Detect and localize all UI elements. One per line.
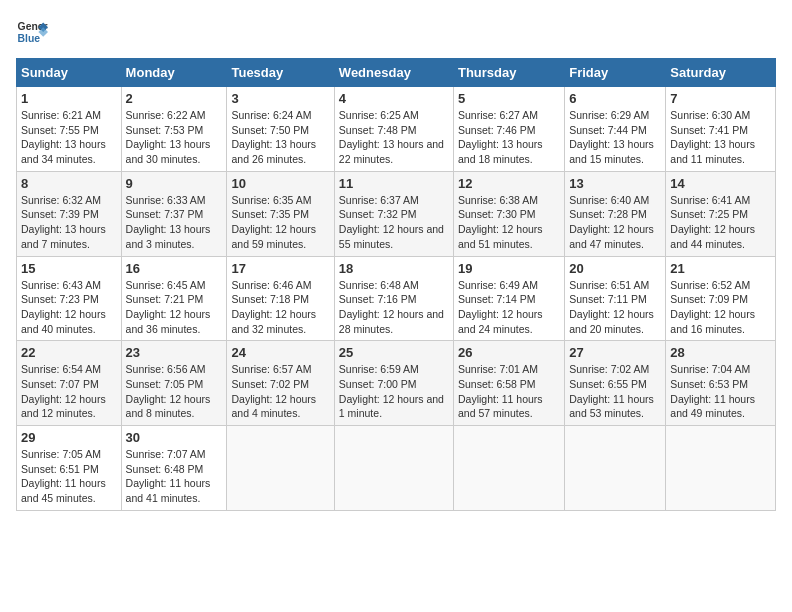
day-info: Sunrise: 7:01 AMSunset: 6:58 PMDaylight:… [458, 362, 560, 421]
day-info: Sunrise: 6:51 AMSunset: 7:11 PMDaylight:… [569, 278, 661, 337]
day-info: Sunrise: 6:35 AMSunset: 7:35 PMDaylight:… [231, 193, 329, 252]
calendar-cell: 22Sunrise: 6:54 AMSunset: 7:07 PMDayligh… [17, 341, 122, 426]
day-number: 13 [569, 176, 661, 191]
day-info: Sunrise: 6:49 AMSunset: 7:14 PMDaylight:… [458, 278, 560, 337]
calendar-cell: 1Sunrise: 6:21 AMSunset: 7:55 PMDaylight… [17, 87, 122, 172]
logo: General Blue [16, 16, 48, 48]
header-saturday: Saturday [666, 59, 776, 87]
day-info: Sunrise: 6:43 AMSunset: 7:23 PMDaylight:… [21, 278, 117, 337]
header-wednesday: Wednesday [334, 59, 453, 87]
calendar-cell: 15Sunrise: 6:43 AMSunset: 7:23 PMDayligh… [17, 256, 122, 341]
day-info: Sunrise: 6:41 AMSunset: 7:25 PMDaylight:… [670, 193, 771, 252]
day-info: Sunrise: 6:45 AMSunset: 7:21 PMDaylight:… [126, 278, 223, 337]
calendar-week-5: 29Sunrise: 7:05 AMSunset: 6:51 PMDayligh… [17, 426, 776, 511]
day-info: Sunrise: 6:24 AMSunset: 7:50 PMDaylight:… [231, 108, 329, 167]
calendar-table: SundayMondayTuesdayWednesdayThursdayFrid… [16, 58, 776, 511]
calendar-cell: 25Sunrise: 6:59 AMSunset: 7:00 PMDayligh… [334, 341, 453, 426]
calendar-cell: 18Sunrise: 6:48 AMSunset: 7:16 PMDayligh… [334, 256, 453, 341]
day-number: 11 [339, 176, 449, 191]
day-number: 26 [458, 345, 560, 360]
day-info: Sunrise: 7:07 AMSunset: 6:48 PMDaylight:… [126, 447, 223, 506]
day-number: 16 [126, 261, 223, 276]
calendar-cell: 7Sunrise: 6:30 AMSunset: 7:41 PMDaylight… [666, 87, 776, 172]
day-info: Sunrise: 7:04 AMSunset: 6:53 PMDaylight:… [670, 362, 771, 421]
header-monday: Monday [121, 59, 227, 87]
day-number: 30 [126, 430, 223, 445]
calendar-cell: 3Sunrise: 6:24 AMSunset: 7:50 PMDaylight… [227, 87, 334, 172]
day-info: Sunrise: 7:05 AMSunset: 6:51 PMDaylight:… [21, 447, 117, 506]
day-number: 27 [569, 345, 661, 360]
day-info: Sunrise: 6:33 AMSunset: 7:37 PMDaylight:… [126, 193, 223, 252]
calendar-cell: 19Sunrise: 6:49 AMSunset: 7:14 PMDayligh… [453, 256, 564, 341]
day-number: 10 [231, 176, 329, 191]
calendar-cell: 20Sunrise: 6:51 AMSunset: 7:11 PMDayligh… [565, 256, 666, 341]
day-number: 3 [231, 91, 329, 106]
day-info: Sunrise: 6:38 AMSunset: 7:30 PMDaylight:… [458, 193, 560, 252]
day-info: Sunrise: 6:27 AMSunset: 7:46 PMDaylight:… [458, 108, 560, 167]
day-info: Sunrise: 6:37 AMSunset: 7:32 PMDaylight:… [339, 193, 449, 252]
day-info: Sunrise: 6:32 AMSunset: 7:39 PMDaylight:… [21, 193, 117, 252]
day-number: 4 [339, 91, 449, 106]
day-number: 29 [21, 430, 117, 445]
calendar-cell: 16Sunrise: 6:45 AMSunset: 7:21 PMDayligh… [121, 256, 227, 341]
day-number: 17 [231, 261, 329, 276]
day-info: Sunrise: 6:57 AMSunset: 7:02 PMDaylight:… [231, 362, 329, 421]
day-number: 6 [569, 91, 661, 106]
calendar-cell: 2Sunrise: 6:22 AMSunset: 7:53 PMDaylight… [121, 87, 227, 172]
day-info: Sunrise: 6:40 AMSunset: 7:28 PMDaylight:… [569, 193, 661, 252]
day-info: Sunrise: 6:30 AMSunset: 7:41 PMDaylight:… [670, 108, 771, 167]
svg-text:Blue: Blue [18, 33, 41, 44]
day-number: 14 [670, 176, 771, 191]
calendar-cell [565, 426, 666, 511]
calendar-cell: 27Sunrise: 7:02 AMSunset: 6:55 PMDayligh… [565, 341, 666, 426]
header-friday: Friday [565, 59, 666, 87]
header-thursday: Thursday [453, 59, 564, 87]
day-number: 28 [670, 345, 771, 360]
calendar-week-3: 15Sunrise: 6:43 AMSunset: 7:23 PMDayligh… [17, 256, 776, 341]
day-number: 1 [21, 91, 117, 106]
calendar-cell: 6Sunrise: 6:29 AMSunset: 7:44 PMDaylight… [565, 87, 666, 172]
day-number: 23 [126, 345, 223, 360]
calendar-week-1: 1Sunrise: 6:21 AMSunset: 7:55 PMDaylight… [17, 87, 776, 172]
day-number: 20 [569, 261, 661, 276]
day-info: Sunrise: 6:22 AMSunset: 7:53 PMDaylight:… [126, 108, 223, 167]
header-tuesday: Tuesday [227, 59, 334, 87]
calendar-cell: 5Sunrise: 6:27 AMSunset: 7:46 PMDaylight… [453, 87, 564, 172]
day-number: 2 [126, 91, 223, 106]
calendar-cell: 24Sunrise: 6:57 AMSunset: 7:02 PMDayligh… [227, 341, 334, 426]
calendar-cell: 11Sunrise: 6:37 AMSunset: 7:32 PMDayligh… [334, 171, 453, 256]
calendar-cell: 12Sunrise: 6:38 AMSunset: 7:30 PMDayligh… [453, 171, 564, 256]
calendar-week-2: 8Sunrise: 6:32 AMSunset: 7:39 PMDaylight… [17, 171, 776, 256]
page-header: General Blue [16, 16, 776, 48]
day-info: Sunrise: 6:48 AMSunset: 7:16 PMDaylight:… [339, 278, 449, 337]
day-info: Sunrise: 6:56 AMSunset: 7:05 PMDaylight:… [126, 362, 223, 421]
calendar-cell: 21Sunrise: 6:52 AMSunset: 7:09 PMDayligh… [666, 256, 776, 341]
calendar-cell [453, 426, 564, 511]
calendar-cell: 9Sunrise: 6:33 AMSunset: 7:37 PMDaylight… [121, 171, 227, 256]
day-info: Sunrise: 6:46 AMSunset: 7:18 PMDaylight:… [231, 278, 329, 337]
logo-icon: General Blue [16, 16, 48, 48]
calendar-cell: 30Sunrise: 7:07 AMSunset: 6:48 PMDayligh… [121, 426, 227, 511]
day-number: 5 [458, 91, 560, 106]
day-number: 8 [21, 176, 117, 191]
calendar-cell [334, 426, 453, 511]
day-number: 24 [231, 345, 329, 360]
day-info: Sunrise: 6:29 AMSunset: 7:44 PMDaylight:… [569, 108, 661, 167]
day-number: 22 [21, 345, 117, 360]
day-number: 15 [21, 261, 117, 276]
calendar-cell: 26Sunrise: 7:01 AMSunset: 6:58 PMDayligh… [453, 341, 564, 426]
day-info: Sunrise: 7:02 AMSunset: 6:55 PMDaylight:… [569, 362, 661, 421]
calendar-cell [227, 426, 334, 511]
calendar-cell: 14Sunrise: 6:41 AMSunset: 7:25 PMDayligh… [666, 171, 776, 256]
calendar-cell: 13Sunrise: 6:40 AMSunset: 7:28 PMDayligh… [565, 171, 666, 256]
calendar-cell: 17Sunrise: 6:46 AMSunset: 7:18 PMDayligh… [227, 256, 334, 341]
day-info: Sunrise: 6:59 AMSunset: 7:00 PMDaylight:… [339, 362, 449, 421]
calendar-cell: 29Sunrise: 7:05 AMSunset: 6:51 PMDayligh… [17, 426, 122, 511]
day-number: 19 [458, 261, 560, 276]
day-number: 18 [339, 261, 449, 276]
day-number: 21 [670, 261, 771, 276]
day-number: 9 [126, 176, 223, 191]
calendar-cell: 10Sunrise: 6:35 AMSunset: 7:35 PMDayligh… [227, 171, 334, 256]
day-number: 12 [458, 176, 560, 191]
calendar-cell [666, 426, 776, 511]
